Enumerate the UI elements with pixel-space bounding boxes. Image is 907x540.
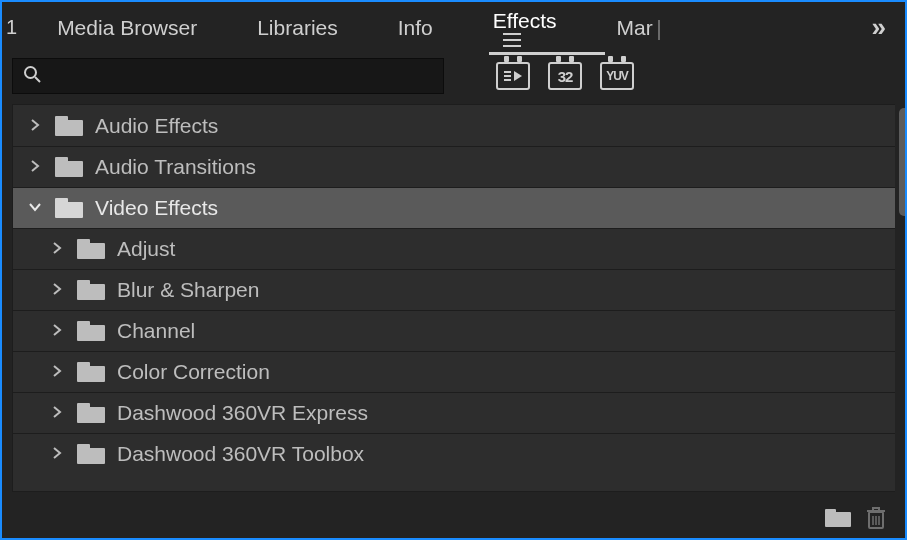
effects-tree[interactable]: Audio EffectsAudio TransitionsVideo Effe… [12,104,895,492]
folder-icon [77,403,105,423]
chevron-right-icon[interactable] [47,445,67,463]
tree-row[interactable]: Dashwood 360VR Express [13,392,895,433]
filter-yuv-icon[interactable]: YUV [600,62,634,90]
search-icon [23,65,41,87]
chevron-down-icon[interactable] [25,199,45,217]
tree-row[interactable]: Video Effects [13,187,895,228]
svg-point-0 [25,67,36,78]
folder-icon [77,239,105,259]
chevron-right-icon[interactable] [47,240,67,258]
tree-row[interactable]: Blur & Sharpen [13,269,895,310]
tab-markers-truncated[interactable]: Mar [587,4,659,50]
folder-icon [77,280,105,300]
chevron-right-icon[interactable] [47,281,67,299]
tab-effects[interactable]: Effects [463,0,587,57]
tab-info[interactable]: Info [368,4,463,50]
tab-overflow-button[interactable]: » [858,12,897,43]
chevron-right-icon[interactable] [25,117,45,135]
delete-button[interactable] [865,506,887,530]
chevron-right-icon[interactable] [47,404,67,422]
folder-icon [55,116,83,136]
chevron-right-icon[interactable] [47,363,67,381]
tab-lead-marker: 1 [2,16,27,39]
tree-row[interactable]: Audio Transitions [13,146,895,187]
folder-icon [77,362,105,382]
filter-32bit-icon[interactable]: 32 [548,62,582,90]
folder-icon [77,321,105,341]
folder-icon [77,444,105,464]
tree-row-label: Adjust [117,237,175,261]
hamburger-icon [503,33,521,47]
tree-row-label: Video Effects [95,196,218,220]
tree-row[interactable]: Channel [13,310,895,351]
panel-menu-button[interactable] [493,33,557,47]
tree-row-label: Audio Transitions [95,155,256,179]
tree-row[interactable]: Adjust [13,228,895,269]
panel-tabbar: 1 Media Browser Libraries Info Effects M… [2,2,905,52]
panel-footer [2,498,905,538]
chevron-right-icon[interactable] [47,322,67,340]
tree-row-label: Color Correction [117,360,270,384]
tree-row-label: Channel [117,319,195,343]
tree-row[interactable]: Audio Effects [13,105,895,146]
tab-media-browser[interactable]: Media Browser [27,4,227,50]
scrollbar-thumb[interactable] [899,108,907,216]
tree-row-label: Blur & Sharpen [117,278,259,302]
folder-icon [55,157,83,177]
tree-row-label: Audio Effects [95,114,218,138]
tree-row[interactable]: Dashwood 360VR Toolbox [13,433,895,474]
folder-icon [55,198,83,218]
trash-icon [865,506,887,530]
tree-row[interactable]: Color Correction [13,351,895,392]
tree-row-label: Dashwood 360VR Toolbox [117,442,364,466]
effects-toolbar: 32 YUV [2,52,905,100]
effects-tree-wrap: Audio EffectsAudio TransitionsVideo Effe… [12,104,895,492]
filter-accelerated-icon[interactable] [496,62,530,90]
new-bin-button[interactable] [825,509,851,527]
chevron-right-icon[interactable] [25,158,45,176]
svg-line-1 [35,77,40,82]
effects-search-box[interactable] [12,58,444,94]
tree-row-label: Dashwood 360VR Express [117,401,368,425]
tab-libraries[interactable]: Libraries [227,4,368,50]
effects-search-input[interactable] [51,66,433,87]
tab-effects-label: Effects [493,9,557,32]
